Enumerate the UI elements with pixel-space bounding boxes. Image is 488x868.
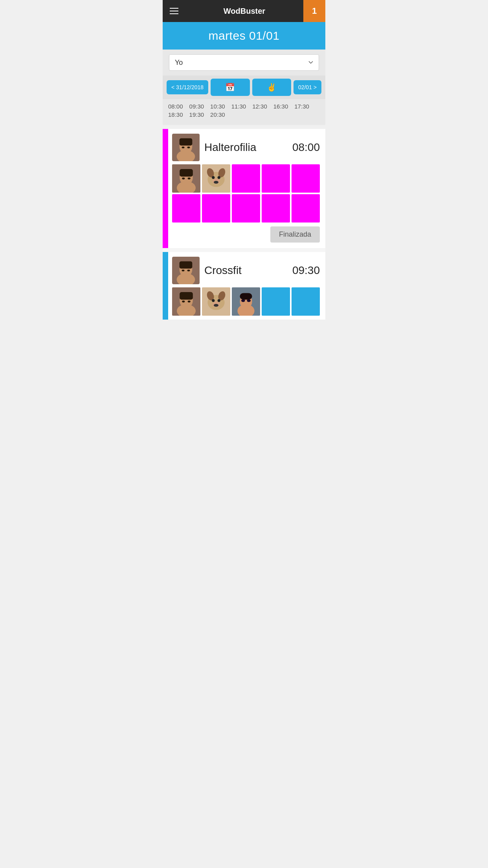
- badge-count: 1: [312, 6, 317, 16]
- svg-rect-9: [180, 169, 193, 177]
- app-title: WodBuster: [185, 0, 303, 22]
- participants-grid: [163, 164, 325, 226]
- participant-cell[interactable]: [172, 287, 200, 316]
- svg-point-17: [212, 176, 215, 179]
- peace-icon: ✌️: [267, 83, 277, 92]
- svg-point-4: [182, 147, 185, 149]
- svg-rect-3: [180, 138, 193, 146]
- svg-rect-45: [240, 293, 252, 300]
- navigation-row: < 31/12/2018 📅 ✌️ 02/01 >: [163, 75, 325, 99]
- participant-cell[interactable]: [172, 164, 200, 193]
- time-slot[interactable]: 12:30: [252, 103, 267, 110]
- svg-point-25: [187, 270, 190, 272]
- class-time: 08:00: [292, 141, 320, 154]
- peace-button[interactable]: ✌️: [252, 79, 291, 96]
- time-slot[interactable]: 19:30: [189, 111, 204, 118]
- time-slot[interactable]: 09:30: [189, 103, 204, 110]
- app-title-text: WodBuster: [224, 7, 265, 16]
- time-slot[interactable]: 17:30: [294, 103, 309, 110]
- class-name[interactable]: Halterofilia: [204, 141, 288, 154]
- class-accent-bar: [163, 252, 168, 320]
- svg-point-37: [212, 299, 215, 302]
- svg-point-30: [182, 301, 185, 303]
- participant-cell[interactable]: [202, 194, 230, 223]
- calendar-icon: 📅: [225, 83, 235, 92]
- participant-cell[interactable]: [232, 164, 260, 193]
- class-card: Halterofilia08:00 Finalizada: [163, 129, 325, 248]
- class-instructor-avatar: [172, 257, 200, 284]
- svg-point-39: [214, 304, 218, 307]
- class-status-row: Finalizada: [163, 226, 325, 248]
- prev-date-button[interactable]: < 31/12/2018: [167, 80, 208, 94]
- time-slots-section: 08:0009:3010:3011:3012:3016:3017:3018:30…: [163, 99, 325, 125]
- app-header: WodBuster 1: [163, 0, 325, 22]
- participant-cell[interactable]: [292, 287, 320, 316]
- svg-point-31: [188, 301, 191, 303]
- time-slot[interactable]: 10:30: [210, 103, 225, 110]
- participant-cell[interactable]: [292, 164, 320, 193]
- participant-cell[interactable]: [172, 194, 200, 223]
- participant-cell[interactable]: [262, 194, 290, 223]
- class-accent-bar: [163, 129, 168, 248]
- class-name[interactable]: Crossfit: [204, 264, 288, 277]
- participant-cell[interactable]: [262, 164, 290, 193]
- participants-grid: [163, 287, 325, 320]
- selector-row: Yo: [163, 50, 325, 75]
- calendar-button[interactable]: 📅: [211, 79, 250, 96]
- user-selector[interactable]: Yo: [169, 54, 319, 71]
- next-date-button[interactable]: 02/01 >: [294, 80, 321, 94]
- svg-point-10: [182, 178, 185, 180]
- class-header: Crossfit09:30: [163, 252, 325, 287]
- svg-rect-23: [180, 261, 193, 269]
- participant-cell[interactable]: [202, 164, 230, 193]
- participant-cell[interactable]: [202, 287, 230, 316]
- class-header: Halterofilia08:00: [163, 129, 325, 164]
- svg-point-11: [188, 178, 191, 180]
- current-date: martes 01/01: [163, 29, 325, 42]
- svg-point-5: [187, 147, 190, 149]
- participant-cell[interactable]: [232, 194, 260, 223]
- time-slot[interactable]: 18:30: [168, 111, 183, 118]
- time-slot[interactable]: 11:30: [231, 103, 246, 110]
- time-slot[interactable]: 20:30: [210, 111, 225, 118]
- date-bar: martes 01/01: [163, 22, 325, 50]
- svg-point-18: [218, 176, 220, 179]
- participant-cell[interactable]: [262, 287, 290, 316]
- time-slot[interactable]: 08:00: [168, 103, 183, 110]
- class-card: Crossfit09:30: [163, 252, 325, 320]
- svg-rect-29: [180, 292, 193, 300]
- time-slot[interactable]: 16:30: [273, 103, 288, 110]
- svg-point-24: [182, 270, 185, 272]
- status-badge: Finalizada: [270, 226, 320, 243]
- menu-button[interactable]: [163, 0, 185, 22]
- participant-cell[interactable]: [292, 194, 320, 223]
- participant-cell[interactable]: [232, 287, 260, 316]
- class-time: 09:30: [292, 264, 320, 277]
- notification-badge[interactable]: 1: [303, 0, 325, 22]
- time-slots-row: 08:0009:3010:3011:3012:3016:3017:3018:30…: [168, 103, 320, 120]
- hamburger-icon: [170, 8, 178, 14]
- svg-point-38: [218, 299, 220, 302]
- classes-area: Halterofilia08:00 Finalizada Crossfit09:…: [163, 129, 325, 320]
- svg-point-19: [214, 181, 218, 184]
- class-instructor-avatar: [172, 134, 200, 161]
